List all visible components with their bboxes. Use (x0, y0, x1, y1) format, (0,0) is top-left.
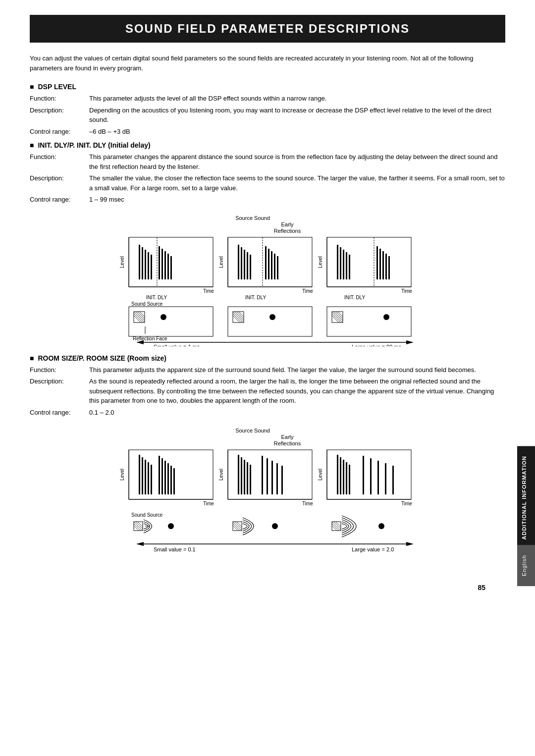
room-description-label: Description: (30, 377, 89, 406)
svg-rect-11 (151, 255, 152, 279)
svg-rect-24 (238, 245, 239, 279)
room-control-label: Control range: (30, 408, 89, 418)
svg-rect-130 (349, 465, 350, 494)
svg-rect-50 (388, 256, 390, 279)
svg-text:Sound Source: Sound Source (131, 512, 163, 518)
svg-rect-116 (262, 456, 263, 494)
svg-line-156 (336, 522, 341, 527)
room-size-diagram-area: Source Sound Early Reflections Level Tim… (30, 425, 505, 569)
svg-line-157 (332, 524, 339, 531)
init-control-label: Control range: (30, 195, 89, 205)
dsp-function-value: This parameter adjusts the level of all … (89, 94, 505, 104)
svg-line-61 (134, 314, 143, 323)
svg-rect-43 (343, 250, 344, 279)
svg-line-81 (332, 314, 341, 323)
svg-rect-30 (268, 249, 269, 279)
room-function-label: Function: (30, 365, 89, 375)
svg-line-144 (134, 526, 139, 531)
room-control-value: 0.1 – 2.0 (89, 408, 505, 418)
svg-rect-27 (247, 252, 248, 279)
init-description-label: Description: (30, 173, 89, 193)
svg-rect-99 (151, 465, 152, 494)
svg-line-141 (136, 522, 143, 529)
svg-line-140 (134, 522, 143, 531)
svg-rect-46 (376, 246, 378, 279)
room-function-value: This parameter adjusts the apparent size… (89, 365, 505, 375)
init-control-value: 1 – 99 msec (89, 195, 505, 205)
svg-rect-44 (346, 252, 347, 279)
svg-line-147 (233, 522, 242, 531)
svg-text:Time: Time (401, 288, 412, 294)
svg-rect-28 (250, 255, 251, 279)
svg-rect-127 (340, 457, 341, 494)
svg-line-158 (332, 526, 337, 531)
init-dly-diagram-svg: Source Sound Early Reflections Level Tim… (94, 213, 441, 346)
svg-rect-26 (244, 250, 245, 279)
svg-rect-120 (281, 466, 283, 494)
svg-rect-103 (167, 463, 169, 494)
svg-rect-7 (139, 245, 140, 279)
init-dly-section-header: INIT. DLY/P. INIT. DLY (Initial delay) (30, 141, 505, 149)
svg-text:Source Sound: Source Sound (235, 428, 270, 433)
svg-rect-135 (392, 466, 394, 494)
dsp-control-label: Control range: (30, 127, 89, 137)
svg-rect-113 (244, 460, 245, 494)
svg-point-152 (272, 523, 278, 529)
svg-text:Reflections: Reflections (274, 440, 301, 446)
svg-rect-29 (265, 246, 267, 279)
room-description-row: Description: As the sound is repeatedly … (30, 377, 505, 406)
dsp-level-title: DSP LEVEL (38, 83, 76, 91)
svg-rect-119 (276, 463, 278, 494)
svg-rect-100 (159, 456, 160, 494)
svg-rect-42 (340, 247, 341, 279)
init-control-row: Control range: 1 – 99 msec (30, 195, 505, 205)
svg-rect-95 (139, 455, 140, 494)
svg-rect-101 (161, 458, 163, 494)
room-description-value: As the sound is repeatedly reflected aro… (89, 377, 505, 406)
english-tab: English (517, 545, 535, 586)
svg-line-151 (233, 526, 238, 531)
svg-line-143 (134, 524, 141, 531)
svg-rect-105 (173, 468, 175, 494)
svg-rect-97 (145, 460, 146, 494)
svg-rect-8 (142, 247, 143, 279)
svg-rect-14 (164, 251, 166, 279)
room-size-section-header: ROOM SIZE/P. ROOM SIZE (Room size) (30, 354, 505, 362)
svg-text:Reflection Face: Reflection Face (133, 336, 167, 341)
svg-text:Small value = 0.1: Small value = 0.1 (154, 546, 196, 552)
dsp-control-row: Control range: –6 dB – +3 dB (30, 127, 505, 137)
svg-rect-118 (271, 461, 273, 494)
init-function-row: Function: This parameter changes the app… (30, 152, 505, 171)
intro-text: You can adjust the values of certain dig… (30, 54, 505, 73)
svg-rect-31 (271, 251, 272, 279)
additional-info-tab: ADDITIONAL INFORMATION (517, 446, 535, 549)
init-function-value: This parameter changes the apparent dist… (89, 152, 505, 171)
svg-rect-48 (382, 251, 384, 279)
svg-line-69 (235, 312, 244, 321)
svg-text:Time: Time (302, 501, 313, 506)
svg-text:Reflections: Reflections (274, 228, 301, 234)
svg-text:Early: Early (281, 221, 294, 227)
svg-rect-114 (247, 462, 248, 494)
svg-point-83 (383, 314, 389, 320)
svg-line-154 (332, 522, 341, 531)
svg-text:Level: Level (119, 256, 125, 268)
svg-line-150 (233, 524, 240, 531)
svg-marker-161 (136, 542, 144, 546)
svg-rect-49 (385, 254, 387, 279)
svg-text:INIT. DLY: INIT. DLY (245, 295, 266, 300)
svg-text:Time: Time (401, 501, 412, 506)
svg-marker-86 (406, 340, 414, 344)
svg-rect-117 (267, 458, 268, 494)
svg-line-79 (336, 312, 343, 319)
dsp-function-row: Function: This parameter adjusts the lev… (30, 94, 505, 104)
svg-text:INIT. DLY: INIT. DLY (146, 295, 167, 300)
svg-point-74 (269, 314, 275, 320)
svg-rect-126 (337, 455, 338, 494)
svg-rect-133 (377, 461, 379, 494)
svg-rect-13 (161, 249, 163, 279)
dsp-level-section-header: DSP LEVEL (30, 83, 505, 91)
svg-line-62 (134, 316, 141, 323)
svg-rect-112 (241, 457, 242, 494)
svg-text:Level: Level (218, 469, 224, 481)
